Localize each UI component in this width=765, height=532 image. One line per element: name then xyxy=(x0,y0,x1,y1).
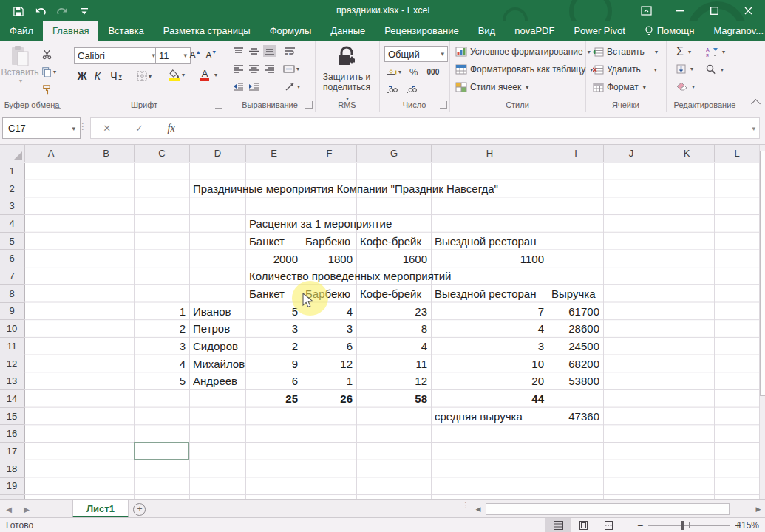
number-format-select[interactable]: Общий▾ xyxy=(384,46,448,62)
cell-G12[interactable]: 11 xyxy=(357,355,427,373)
cell-H6[interactable]: 1100 xyxy=(432,250,544,268)
row-header-9[interactable]: 9 xyxy=(0,303,24,321)
grow-font-button[interactable]: A▲ xyxy=(188,47,203,62)
cell-I9[interactable]: 61700 xyxy=(548,303,599,321)
cells-area[interactable]: Праздничные мероприятия Компании "Праздн… xyxy=(24,163,760,499)
tab-review[interactable]: Рецензирование xyxy=(375,21,468,41)
formula-expand-arrow[interactable]: ▾ xyxy=(752,125,755,132)
cell-E11[interactable]: 2 xyxy=(246,338,298,355)
align-right-button[interactable] xyxy=(263,63,276,75)
merge-center-button[interactable]: ▾ xyxy=(283,63,299,75)
conditional-formatting-button[interactable]: Условное форматирование▾ xyxy=(455,47,591,57)
row-header-7[interactable]: 7 xyxy=(0,267,24,285)
align-left-button[interactable] xyxy=(232,63,245,75)
cell-C12[interactable]: 4 xyxy=(135,355,186,373)
cell-G5[interactable]: Кофе-брейк xyxy=(360,233,421,250)
column-header-H[interactable]: H xyxy=(432,145,548,162)
clear-button[interactable]: ▾ xyxy=(676,82,695,91)
increase-decimal-button[interactable] xyxy=(384,83,401,95)
cell-E6[interactable]: 2000 xyxy=(246,250,298,268)
protect-share-button[interactable]: Защитить и поделиться ▾ xyxy=(321,45,373,103)
orientation-button[interactable]: ▾ xyxy=(284,81,302,92)
cell-F11[interactable]: 6 xyxy=(302,338,353,355)
cell-H9[interactable]: 7 xyxy=(432,303,544,321)
scroll-left-arrow[interactable]: ◀ xyxy=(472,505,484,513)
cell-F13[interactable]: 1 xyxy=(302,372,353,390)
cell-H10[interactable]: 4 xyxy=(432,320,544,338)
underline-button[interactable]: Ч▾ xyxy=(106,69,126,83)
row-header-3[interactable]: 3 xyxy=(0,197,24,215)
sort-filter-button[interactable]: Ая▾ xyxy=(706,47,725,57)
align-middle-button[interactable] xyxy=(248,45,260,57)
bold-button[interactable]: Ж xyxy=(75,69,89,83)
customize-qat-button[interactable] xyxy=(77,4,92,18)
row-header-8[interactable]: 8 xyxy=(0,285,24,303)
cell-F10[interactable]: 3 xyxy=(302,320,353,338)
cell-H11[interactable]: 3 xyxy=(432,338,544,355)
maximize-button[interactable] xyxy=(697,0,731,21)
cell-D12[interactable]: Михайлов xyxy=(193,355,245,373)
cell-E5[interactable]: Банкет xyxy=(249,233,285,250)
align-center-button[interactable] xyxy=(248,63,260,75)
cancel-entry-icon[interactable]: ✕ xyxy=(103,123,111,134)
tab-data[interactable]: Данные xyxy=(321,21,375,41)
cell-C10[interactable]: 2 xyxy=(135,320,186,338)
column-header-B[interactable]: B xyxy=(78,145,135,162)
cell-E4[interactable]: Расценки за 1 мероприятие xyxy=(249,215,392,233)
row-header-5[interactable]: 5 xyxy=(0,233,24,250)
row-header-17[interactable]: 17 xyxy=(0,443,24,460)
cell-F14[interactable]: 26 xyxy=(302,390,353,408)
font-dialog-launcher[interactable] xyxy=(215,101,222,109)
column-header-I[interactable]: I xyxy=(548,145,604,162)
horizontal-scrollbar[interactable]: ◀ ▶ xyxy=(472,502,765,516)
accounting-format-button[interactable]: ▾ xyxy=(384,66,404,78)
cell-E9[interactable]: 5 xyxy=(246,303,298,321)
cell-E7[interactable]: Количество проведенных мероприятий xyxy=(249,267,451,285)
cell-D13[interactable]: Андреев xyxy=(193,372,245,390)
cell-H15[interactable]: средняя выручка xyxy=(435,408,523,426)
cell-E14[interactable]: 25 xyxy=(246,390,298,408)
copy-button[interactable]: ▾ xyxy=(38,64,59,79)
decrease-indent-button[interactable] xyxy=(232,81,245,92)
zoom-slider-handle[interactable] xyxy=(681,521,684,530)
clipboard-dialog-launcher[interactable] xyxy=(54,101,61,109)
cell-H14[interactable]: 44 xyxy=(432,390,544,408)
row-header-18[interactable]: 18 xyxy=(0,460,24,478)
zoom-out-button[interactable]: − xyxy=(637,519,643,531)
cell-G8[interactable]: Кофе-брейк xyxy=(360,285,421,303)
insert-cells-button[interactable]: Вставить▾ xyxy=(593,47,658,57)
cell-F8[interactable]: Барбекю xyxy=(305,285,350,303)
row-header-13[interactable]: 13 xyxy=(0,372,24,390)
formula-input[interactable]: ▾ xyxy=(186,117,760,139)
close-button[interactable] xyxy=(731,0,765,21)
save-button[interactable] xyxy=(10,4,25,18)
cell-D9[interactable]: Иванов xyxy=(193,303,245,321)
add-sheet-button[interactable]: + xyxy=(129,500,151,518)
tab-view[interactable]: Вид xyxy=(469,21,506,41)
prev-sheet-button[interactable]: ◀ xyxy=(0,500,18,518)
cell-I10[interactable]: 28600 xyxy=(548,320,599,338)
row-header-14[interactable]: 14 xyxy=(0,390,24,408)
cell-C11[interactable]: 3 xyxy=(135,338,186,355)
wrap-text-button[interactable] xyxy=(283,45,296,57)
column-header-C[interactable]: C xyxy=(135,145,190,162)
cell-H8[interactable]: Выездной ресторан xyxy=(435,285,536,303)
cell-G13[interactable]: 12 xyxy=(357,372,427,390)
cell-G11[interactable]: 4 xyxy=(357,338,427,355)
tab-power-pivot[interactable]: Power Pivot xyxy=(564,21,634,41)
row-header-12[interactable]: 12 xyxy=(0,355,24,373)
find-select-button[interactable]: ▾ xyxy=(706,64,724,75)
column-header-E[interactable]: E xyxy=(246,145,302,162)
undo-button[interactable] xyxy=(33,4,47,18)
autosum-button[interactable]: Σ▾ xyxy=(676,45,691,58)
row-header-16[interactable]: 16 xyxy=(0,426,24,443)
collapse-ribbon-button[interactable] xyxy=(751,99,761,109)
row-header-6[interactable]: 6 xyxy=(0,250,24,268)
sheet-tab[interactable]: Лист1 xyxy=(72,500,129,518)
borders-button[interactable]: ▾ xyxy=(133,69,155,83)
cell-C13[interactable]: 5 xyxy=(135,372,186,390)
insert-function-icon[interactable]: fx xyxy=(168,123,175,134)
tab-insert[interactable]: Вставка xyxy=(98,21,153,41)
normal-view-button[interactable] xyxy=(545,518,571,532)
cell-G6[interactable]: 1600 xyxy=(357,250,427,268)
